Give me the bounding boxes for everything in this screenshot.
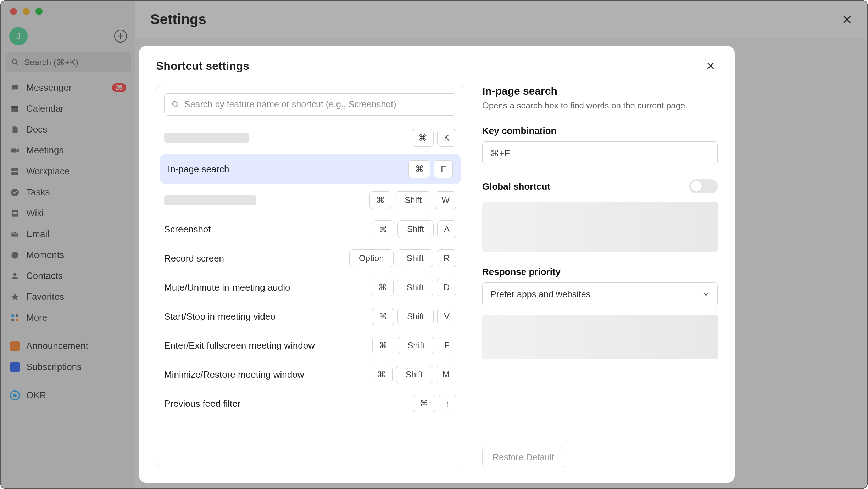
response-priority-label: Response priority — [482, 266, 718, 277]
keyboard-key: ⌘ — [408, 160, 430, 178]
shortcut-keys: ⌘ShiftF — [372, 337, 456, 354]
shortcut-keys: ⌘F — [408, 160, 453, 178]
modal-close-button[interactable] — [703, 59, 718, 73]
shortcut-row[interactable]: Enter/Exit fullscreen meeting window⌘Shi… — [156, 331, 464, 360]
keyboard-key: ⌘ — [369, 191, 391, 209]
keyboard-key: A — [437, 220, 456, 238]
shortcut-keys: ⌘ShiftM — [371, 366, 456, 383]
shortcut-row-label: Minimize/Restore meeting window — [164, 369, 304, 380]
shortcut-row[interactable]: In-page search⌘F — [160, 154, 461, 184]
global-shortcut-toggle[interactable] — [689, 179, 718, 193]
response-priority-select[interactable]: Prefer apps and websites — [482, 282, 718, 306]
modal-title: Shortcut settings — [156, 60, 249, 73]
keyboard-key: ⌘ — [372, 220, 394, 238]
keyboard-key: Shift — [396, 366, 432, 383]
restore-default-button[interactable]: Restore Default — [482, 446, 564, 468]
keyboard-key: W — [435, 191, 456, 209]
shortcut-row-label: Screenshot — [164, 224, 211, 235]
keyboard-key: Shift — [397, 249, 433, 267]
shortcut-list-panel: ⌘KIn-page search⌘F⌘ShiftWScreenshot⌘Shif… — [156, 85, 464, 468]
shortcut-row-label: In-page search — [168, 164, 229, 175]
keyboard-key: ⌘ — [372, 337, 394, 354]
shortcut-row-label: Previous feed filter — [164, 398, 240, 409]
shortcut-keys: ⌘K — [412, 129, 456, 147]
keyboard-key: V — [437, 308, 456, 325]
key-combination-label: Key combination — [482, 125, 718, 136]
shortcut-detail-panel: In-page search Opens a search box to fin… — [482, 85, 718, 468]
shortcut-row[interactable]: Record screenOptionShiftR — [156, 244, 464, 273]
shortcut-settings-modal: Shortcut settings ⌘KIn-page search⌘F⌘Shi… — [139, 46, 735, 483]
shortcut-row-label: Mute/Unmute in-meeting audio — [164, 282, 290, 293]
shortcut-row-label: Record screen — [164, 253, 224, 264]
keyboard-key: R — [437, 249, 456, 267]
keyboard-key: M — [436, 366, 456, 383]
shortcut-keys: ⌘ShiftV — [372, 308, 456, 325]
shortcut-row[interactable]: Start/Stop in-meeting video⌘ShiftV — [156, 302, 464, 331]
skeleton-placeholder — [164, 195, 256, 205]
shortcut-row[interactable]: Screenshot⌘ShiftA — [156, 215, 464, 244]
keyboard-key: ⌘ — [372, 279, 394, 296]
keyboard-key: ⌘ — [372, 308, 394, 325]
keyboard-key: Shift — [397, 220, 434, 238]
detail-description: Opens a search box to find words on the … — [482, 101, 718, 111]
shortcut-search[interactable] — [164, 93, 456, 116]
global-shortcut-label: Global shortcut — [482, 181, 550, 192]
keyboard-key: Shift — [398, 337, 434, 354]
keyboard-key: ⌘ — [371, 366, 393, 383]
shortcut-keys: ⌘ShiftW — [369, 191, 456, 209]
shortcut-keys: OptionShiftR — [349, 249, 456, 267]
chevron-down-icon — [702, 291, 710, 298]
shortcut-search-input[interactable] — [184, 99, 449, 109]
keyboard-key: Option — [349, 249, 394, 267]
shortcut-keys: ⌘ShiftA — [372, 220, 456, 238]
keyboard-key: ⌘ — [413, 395, 435, 412]
keyboard-key: D — [437, 279, 456, 296]
skeleton-placeholder — [164, 133, 249, 143]
select-value: Prefer apps and websites — [490, 289, 590, 299]
keyboard-key: ↑ — [439, 395, 456, 412]
keyboard-key: ⌘ — [412, 129, 434, 147]
search-icon — [172, 101, 179, 108]
skeleton-placeholder — [482, 202, 718, 252]
keyboard-key: F — [434, 160, 453, 178]
skeleton-placeholder — [482, 315, 718, 359]
shortcut-row[interactable]: Minimize/Restore meeting window⌘ShiftM — [156, 360, 464, 389]
shortcut-row[interactable]: ⌘ShiftW — [156, 186, 464, 215]
keyboard-key: Shift — [395, 191, 431, 209]
shortcut-keys: ⌘ShiftD — [372, 279, 456, 296]
key-combination-input[interactable] — [482, 141, 718, 165]
keyboard-key: K — [437, 129, 456, 147]
shortcut-row[interactable]: Previous feed filter⌘↑ — [156, 389, 464, 418]
detail-title: In-page search — [482, 85, 718, 97]
shortcut-row[interactable]: ⌘K — [156, 123, 464, 152]
keyboard-key: F — [438, 337, 456, 354]
shortcut-keys: ⌘↑ — [413, 395, 456, 412]
shortcut-row[interactable]: Mute/Unmute in-meeting audio⌘ShiftD — [156, 273, 464, 302]
keyboard-key: Shift — [397, 308, 434, 325]
shortcut-row-label: Start/Stop in-meeting video — [164, 311, 276, 322]
keyboard-key: Shift — [397, 279, 433, 296]
shortcut-row-label: Enter/Exit fullscreen meeting window — [164, 340, 315, 351]
shortcut-list: ⌘KIn-page search⌘F⌘ShiftWScreenshot⌘Shif… — [156, 123, 464, 468]
close-icon — [706, 61, 715, 71]
